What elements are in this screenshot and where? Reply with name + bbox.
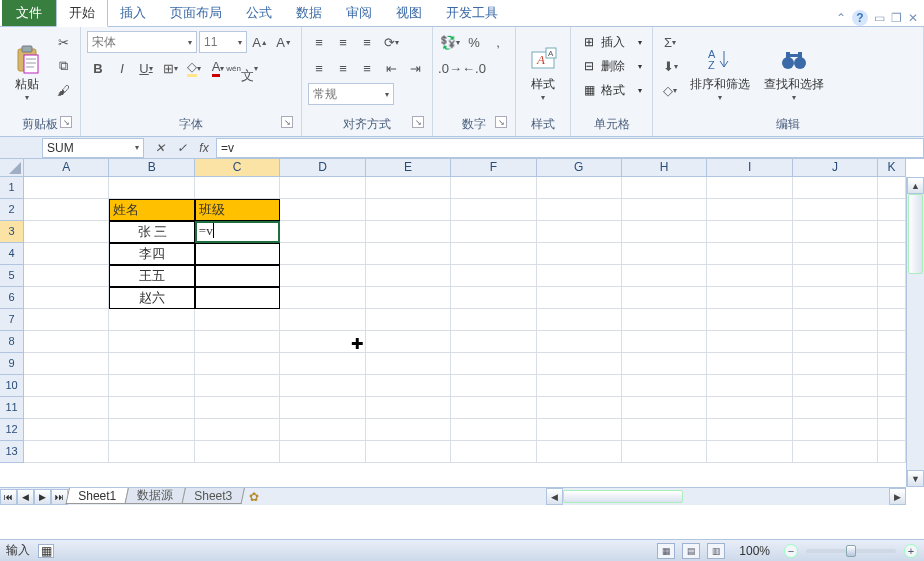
phonetic-button[interactable]: wén文▾ (231, 57, 253, 79)
cell[interactable] (622, 177, 707, 199)
cell[interactable] (195, 353, 280, 375)
tab-formula[interactable]: 公式 (234, 0, 284, 26)
cell[interactable] (366, 243, 451, 265)
spreadsheet-grid[interactable]: ABCDEFGHIJK 12345678910111213 ✚ 姓名班级张 三=… (0, 159, 924, 505)
cell[interactable] (280, 441, 365, 463)
sheet-tab[interactable]: Sheet3 (182, 488, 245, 504)
cell[interactable] (195, 331, 280, 353)
window-restore-icon[interactable]: ❐ (891, 11, 902, 25)
help-icon[interactable]: ? (852, 10, 868, 26)
cell[interactable] (195, 375, 280, 397)
cell[interactable] (707, 243, 792, 265)
cell[interactable] (366, 353, 451, 375)
fill-button[interactable]: ⬇▾ (659, 55, 681, 77)
cell[interactable] (622, 243, 707, 265)
cell[interactable] (793, 441, 878, 463)
cell[interactable] (195, 397, 280, 419)
cell[interactable] (878, 441, 906, 463)
cell[interactable] (707, 199, 792, 221)
cell[interactable] (707, 441, 792, 463)
cell[interactable]: 赵六 (109, 287, 194, 309)
cell[interactable] (280, 287, 365, 309)
cell[interactable] (280, 199, 365, 221)
cell[interactable] (878, 199, 906, 221)
column-header[interactable]: K (878, 159, 906, 176)
scroll-thumb[interactable] (908, 194, 923, 274)
tab-insert[interactable]: 插入 (108, 0, 158, 26)
font-family-select[interactable]: 宋体▾ (87, 31, 197, 53)
normal-view-button[interactable]: ▦ (657, 543, 675, 559)
wrap-select[interactable]: 常规▾ (308, 83, 394, 105)
cell[interactable] (707, 419, 792, 441)
row-header[interactable]: 2 (0, 199, 23, 221)
cancel-formula-button[interactable]: ✕ (150, 139, 170, 157)
cell[interactable]: 姓名 (109, 199, 194, 221)
column-header[interactable]: D (280, 159, 365, 176)
align-middle-button[interactable]: ≡ (332, 31, 354, 53)
grow-font-button[interactable]: A▲ (249, 31, 271, 53)
cell[interactable] (24, 243, 109, 265)
cell[interactable] (537, 287, 622, 309)
cell[interactable] (878, 353, 906, 375)
row-header[interactable]: 6 (0, 287, 23, 309)
delete-cells-button[interactable]: ⊟删除▾ (577, 55, 646, 77)
decrease-indent-button[interactable]: ⇤ (380, 57, 402, 79)
cell[interactable] (707, 397, 792, 419)
zoom-thumb[interactable] (846, 545, 856, 557)
cell[interactable] (707, 265, 792, 287)
cell[interactable] (622, 221, 707, 243)
cell[interactable] (793, 221, 878, 243)
cell[interactable] (622, 331, 707, 353)
cell[interactable] (451, 419, 536, 441)
row-header[interactable]: 11 (0, 397, 23, 419)
column-header[interactable]: E (366, 159, 451, 176)
enter-formula-button[interactable]: ✓ (172, 139, 192, 157)
row-header[interactable]: 7 (0, 309, 23, 331)
cell[interactable] (878, 265, 906, 287)
cell[interactable] (451, 441, 536, 463)
cell[interactable] (451, 199, 536, 221)
row-header[interactable]: 1 (0, 177, 23, 199)
row-header[interactable]: 3 (0, 221, 23, 243)
row-header[interactable]: 13 (0, 441, 23, 463)
cell[interactable] (109, 177, 194, 199)
cell[interactable] (109, 331, 194, 353)
cell[interactable] (793, 199, 878, 221)
cell[interactable] (537, 419, 622, 441)
cell[interactable] (24, 375, 109, 397)
page-layout-view-button[interactable]: ▤ (682, 543, 700, 559)
cell[interactable] (280, 177, 365, 199)
tab-home[interactable]: 开始 (56, 0, 108, 27)
cell[interactable] (451, 287, 536, 309)
cell[interactable] (24, 419, 109, 441)
file-tab[interactable]: 文件 (2, 0, 56, 26)
scroll-right-button[interactable]: ▶ (889, 488, 906, 505)
cell[interactable] (451, 353, 536, 375)
column-header[interactable]: A (24, 159, 109, 176)
row-header[interactable]: 12 (0, 419, 23, 441)
column-header[interactable]: F (451, 159, 536, 176)
cell[interactable] (707, 309, 792, 331)
align-right-button[interactable]: ≡ (356, 57, 378, 79)
cell[interactable] (707, 375, 792, 397)
align-left-button[interactable]: ≡ (308, 57, 330, 79)
border-button[interactable]: ⊞▾ (159, 57, 181, 79)
formula-bar-input[interactable]: =v (216, 138, 924, 158)
cell[interactable] (280, 243, 365, 265)
cell[interactable] (195, 441, 280, 463)
cell[interactable] (451, 265, 536, 287)
cell[interactable] (537, 397, 622, 419)
increase-decimal-button[interactable]: .0→ (439, 57, 461, 79)
cell[interactable] (793, 353, 878, 375)
cell[interactable] (537, 331, 622, 353)
align-bottom-button[interactable]: ≡ (356, 31, 378, 53)
styles-button[interactable]: AA 样式 ▾ (522, 31, 564, 114)
cell[interactable] (109, 353, 194, 375)
underline-button[interactable]: U▾ (135, 57, 157, 79)
cell[interactable] (195, 177, 280, 199)
cell[interactable] (878, 243, 906, 265)
cell[interactable] (24, 221, 109, 243)
row-header[interactable]: 5 (0, 265, 23, 287)
cell[interactable] (366, 397, 451, 419)
dialog-launcher-icon[interactable]: ↘ (495, 116, 507, 128)
